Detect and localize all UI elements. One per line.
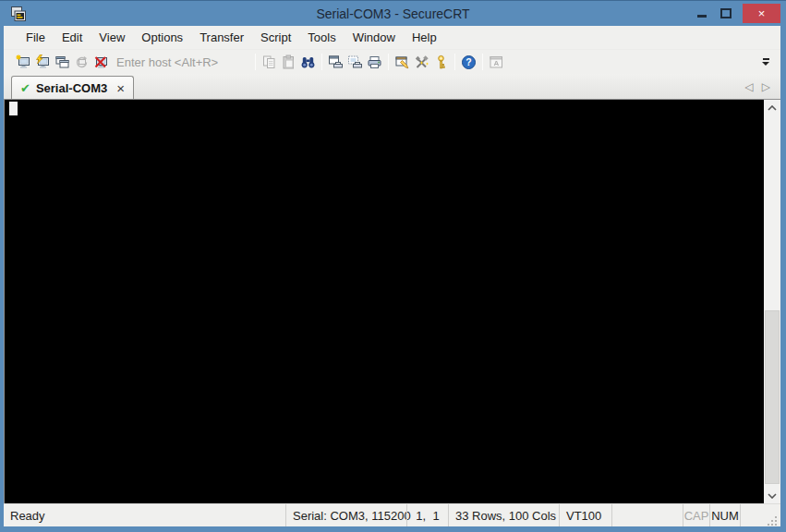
find-button[interactable] [298, 52, 318, 72]
scroll-up-button[interactable] [764, 100, 780, 115]
print-icon [367, 54, 382, 70]
menu-tools[interactable]: Tools [299, 27, 344, 48]
quick-connect-icon [35, 54, 51, 70]
menu-transfer[interactable]: Transfer [191, 27, 252, 48]
scrollbar-track[interactable] [764, 115, 780, 488]
connect-in-tab-icon [54, 54, 70, 70]
toolbar-separator [321, 54, 322, 70]
client-area: File Edit View Options Transfer Script T… [4, 26, 780, 526]
status-terminal-size: 33 Rows, 100 Cols [448, 504, 559, 526]
reconnect-icon [74, 54, 90, 70]
paste-icon [281, 54, 296, 70]
help-button[interactable]: ? [459, 52, 478, 72]
toolbar-separator [482, 54, 483, 70]
agent-key-button[interactable] [431, 52, 451, 72]
terminal-screen[interactable] [4, 99, 764, 503]
global-options-icon [414, 54, 429, 70]
chevron-up-icon [768, 105, 777, 111]
securefx-button: A [487, 52, 506, 72]
copy-button [260, 52, 279, 72]
global-options-button[interactable] [412, 52, 431, 72]
svg-text:A: A [493, 59, 499, 67]
connect-in-tab-button[interactable] [53, 52, 72, 72]
paste-button [279, 52, 298, 72]
copy-icon [261, 54, 277, 70]
tab-scroll-right-icon[interactable]: ▷ [762, 80, 770, 93]
securecrt-window: Serial-COM3 - SecureCRT × File Edit View… [0, 0, 786, 532]
help-icon: ? [461, 54, 477, 70]
print-button[interactable] [365, 52, 384, 72]
status-ready: Ready [4, 504, 285, 526]
tab-close-icon[interactable]: × [116, 81, 125, 95]
scroll-down-button[interactable] [764, 488, 780, 503]
tab-bar: ✔ Serial-COM3 × ◁ ▷ [4, 74, 780, 99]
menu-file[interactable]: File [18, 27, 54, 48]
connect-button[interactable] [14, 52, 33, 72]
status-connection: Serial: COM3, 115200 [285, 504, 406, 526]
connected-check-icon: ✔ [20, 82, 30, 94]
scrollbar-thumb[interactable] [765, 310, 780, 484]
chevron-down-icon [768, 493, 777, 499]
connect-icon [16, 54, 31, 70]
agent-key-icon [433, 54, 449, 70]
toolbar-separator [388, 54, 389, 70]
status-spacer [611, 504, 683, 526]
menu-help[interactable]: Help [404, 27, 445, 48]
menu-edit[interactable]: Edit [54, 27, 91, 48]
vertical-scrollbar[interactable] [764, 99, 780, 503]
toolbar-overflow-button[interactable] [758, 53, 773, 71]
status-bar: Ready Serial: COM3, 115200 1, 1 33 Rows,… [4, 503, 780, 526]
menu-options[interactable]: Options [133, 27, 191, 48]
menu-window[interactable]: Window [345, 27, 404, 48]
window-title: Serial-COM3 - SecureCRT [0, 6, 786, 21]
status-cursor-position: 1, 1 [406, 504, 448, 526]
toolbar-separator [454, 54, 455, 70]
menu-view[interactable]: View [91, 27, 133, 48]
print-screen-button[interactable] [326, 52, 345, 72]
status-caps-lock: CAP [683, 504, 709, 526]
tab-scroll-nav: ◁ ▷ [745, 80, 780, 93]
tab-label: Serial-COM3 [36, 81, 107, 95]
enter-host-input[interactable] [116, 53, 248, 71]
svg-text:?: ? [466, 56, 471, 67]
session-area [4, 99, 780, 503]
find-icon [300, 54, 316, 70]
tab-scroll-left-icon[interactable]: ◁ [745, 80, 754, 93]
toolbar-overflow-icon [763, 58, 769, 60]
print-selection-button[interactable] [345, 52, 365, 72]
session-options-icon [394, 54, 410, 70]
terminal-cursor [9, 102, 18, 115]
tab-serial-com3[interactable]: ✔ Serial-COM3 × [11, 76, 134, 99]
quick-connect-button[interactable] [33, 52, 53, 72]
toolbar-separator [255, 54, 256, 70]
status-emulation: VT100 [559, 504, 611, 526]
resize-grip[interactable] [767, 515, 778, 526]
print-screen-icon [328, 54, 344, 70]
menu-bar: File Edit View Options Transfer Script T… [4, 26, 780, 49]
toolbar: ? A [4, 49, 780, 74]
title-bar: Serial-COM3 - SecureCRT × [0, 0, 786, 26]
disconnect-button[interactable] [91, 52, 111, 72]
print-selection-icon [347, 54, 363, 70]
reconnect-button [72, 52, 91, 72]
disconnect-icon [93, 54, 109, 70]
status-num-lock: NUM [709, 504, 740, 526]
resize-grip-cell [740, 504, 780, 526]
menu-script[interactable]: Script [252, 27, 299, 48]
session-options-button[interactable] [393, 52, 412, 72]
securefx-icon: A [489, 54, 504, 70]
